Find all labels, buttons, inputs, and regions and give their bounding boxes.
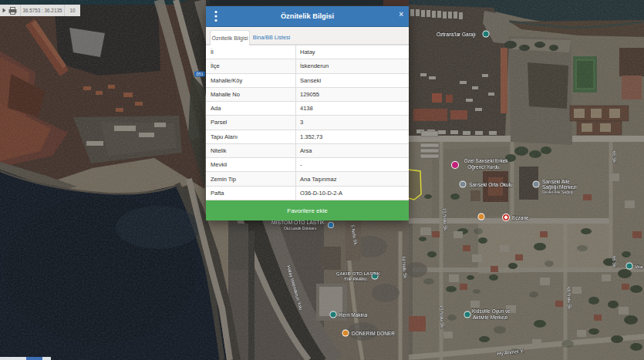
svg-text:Sarıseki Aile: Sarıseki Aile (542, 179, 570, 184)
svg-text:TIR PARKI: TIR PARKI (344, 276, 367, 281)
svg-text:Vita: Vita (635, 264, 643, 269)
svg-text:Aktivite Merkezi: Aktivite Merkezi (473, 315, 508, 320)
svg-text:ÇAKIR OTO LASTİK: ÇAKIR OTO LASTİK (336, 271, 381, 276)
svg-text:Öğrenci Yurdu: Öğrenci Yurdu (467, 164, 500, 170)
svg-text:66 Sk: 66 Sk (612, 151, 617, 164)
svg-text:Eczane: Eczane (512, 215, 529, 220)
svg-text:Kent Makina: Kent Makina (339, 312, 368, 318)
svg-text:DÖNERİM DÖNER: DÖNERİM DÖNER (352, 330, 395, 336)
svg-text:66 Sk: 66 Sk (612, 256, 617, 269)
svg-text:Özel Sarıseki Erkek: Özel Sarıseki Erkek (464, 158, 508, 163)
svg-text:Sarıseki Orta Okulu: Sarıseki Orta Okulu (469, 182, 513, 187)
svg-text:Kidsville Oyun ve: Kidsville Oyun ve (472, 308, 511, 315)
svg-text:Oto Lastik Dükkanı: Oto Lastik Dükkanı (284, 226, 316, 230)
svg-text:Öztrans'lar Garajı: Öztrans'lar Garajı (437, 32, 476, 38)
svg-text:D51: D51 (196, 72, 203, 76)
svg-text:Devlet Aile Sağlığı: Devlet Aile Sağlığı (542, 190, 574, 194)
